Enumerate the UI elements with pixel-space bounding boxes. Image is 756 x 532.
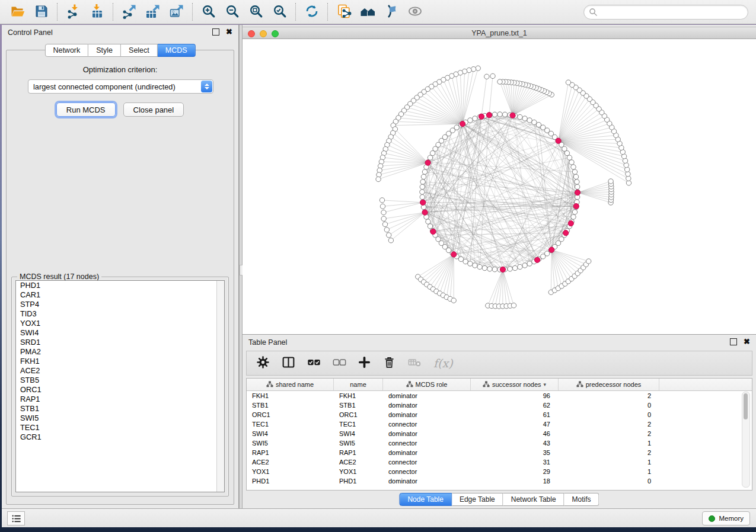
tab-mcds[interactable]: MCDS xyxy=(158,44,196,57)
tab-edge-table[interactable]: Edge Table xyxy=(452,493,503,506)
status-bar: Memory xyxy=(2,508,756,527)
table-row[interactable]: RAP1RAP1dominator352 xyxy=(247,448,752,457)
zoom-selected-button[interactable] xyxy=(268,2,292,22)
mcds-button-row: Run MCDS Close panel xyxy=(7,102,234,117)
search-input[interactable] xyxy=(598,7,748,18)
table-row[interactable]: FKH1FKH1dominator962 xyxy=(247,391,752,400)
node-table[interactable]: shared namenameMCDS rolesuccessor nodes▾… xyxy=(246,378,752,491)
tab-select[interactable]: Select xyxy=(121,44,158,57)
cell-MCDS-role: connector xyxy=(383,468,471,475)
mcds-result-item[interactable]: PMA2 xyxy=(16,347,224,357)
close-panel-button[interactable]: Close panel xyxy=(123,102,184,117)
import-table-button[interactable] xyxy=(85,2,109,22)
mcds-result-item[interactable]: YOX1 xyxy=(16,319,224,328)
split-view-button[interactable] xyxy=(282,355,295,371)
cell-name: FKH1 xyxy=(334,392,383,399)
column-header-name[interactable]: name xyxy=(334,379,383,390)
export-image-button[interactable] xyxy=(165,2,189,22)
close-table-panel-icon[interactable]: ✖ xyxy=(744,339,750,345)
import-network-button[interactable] xyxy=(62,2,85,22)
cell-predecessor-nodes: 0 xyxy=(559,477,659,485)
table-row[interactable]: ORC1ORC1dominator610 xyxy=(247,410,752,419)
mcds-result-item[interactable]: ACE2 xyxy=(16,366,224,376)
mcds-result-item[interactable]: SWI5 xyxy=(16,414,224,423)
zoom-out-button[interactable] xyxy=(221,2,244,22)
table-row[interactable]: SWI4SWI4dominator462 xyxy=(247,429,752,438)
first-neighbors-icon xyxy=(360,4,375,21)
table-scrollbar-thumb[interactable] xyxy=(744,393,748,419)
table-row[interactable]: YOX1YOX1connector291 xyxy=(247,467,752,476)
column-header-successor-nodes[interactable]: successor nodes▾ xyxy=(471,379,559,390)
column-header-shared-name[interactable]: shared name xyxy=(247,379,334,390)
table-row[interactable]: STB1STB1dominator620 xyxy=(247,400,752,410)
zoom-fit-button[interactable] xyxy=(244,2,268,22)
cell-MCDS-role: dominator xyxy=(383,392,471,399)
close-panel-icon[interactable]: ✖ xyxy=(226,29,232,35)
add-column-icon xyxy=(358,356,371,370)
gear-button[interactable] xyxy=(256,355,270,371)
save-session-button[interactable] xyxy=(30,2,53,22)
select-all-button[interactable] xyxy=(307,355,321,371)
export-table-button[interactable] xyxy=(141,2,165,22)
mcds-result-item[interactable]: GCR1 xyxy=(16,432,224,442)
zoom-out-icon xyxy=(225,4,240,21)
control-panel: Control Panel ✖ NetworkStyleSelectMCDS O… xyxy=(2,25,239,509)
mcds-result-item[interactable]: TEC1 xyxy=(16,423,224,432)
cell-MCDS-role: connector xyxy=(383,421,471,428)
column-header-MCDS-role[interactable]: MCDS role xyxy=(383,379,471,390)
toolbar-separator xyxy=(327,3,328,21)
tab-network[interactable]: Network xyxy=(44,44,88,57)
mcds-result-item[interactable]: STB1 xyxy=(16,404,224,414)
float-panel-icon[interactable] xyxy=(212,28,219,36)
mcds-result-item[interactable]: STP4 xyxy=(16,300,224,309)
clone-network-button[interactable] xyxy=(332,2,356,22)
tree-icon xyxy=(406,381,413,389)
tab-network-table[interactable]: Network Table xyxy=(503,493,564,506)
table-panel-window-buttons: ✖ xyxy=(730,338,750,345)
criterion-select[interactable]: largest connected component (undirected) xyxy=(28,79,213,94)
export-network-button[interactable] xyxy=(117,2,141,22)
add-column-button[interactable] xyxy=(358,356,371,370)
delete-column-icon xyxy=(382,355,396,371)
task-history-button[interactable] xyxy=(7,511,25,525)
column-header-predecessor-nodes[interactable]: predecessor nodes xyxy=(559,379,659,390)
table-row[interactable]: ACE2ACE2connector311 xyxy=(247,457,752,467)
tab-node-table[interactable]: Node Table xyxy=(399,493,452,506)
network-graph[interactable] xyxy=(243,39,756,334)
unselect-all-icon xyxy=(333,355,346,371)
memory-button[interactable]: Memory xyxy=(702,511,750,525)
mcds-result-item[interactable]: SWI4 xyxy=(16,328,224,338)
tab-style[interactable]: Style xyxy=(88,44,121,57)
delete-column-button[interactable] xyxy=(382,355,396,371)
mcds-result-item[interactable]: TID3 xyxy=(16,309,224,319)
mcds-result-item[interactable]: STB5 xyxy=(16,376,224,385)
table-row[interactable]: PHD1PHD1dominator180 xyxy=(247,476,752,486)
hide-selected-button[interactable] xyxy=(379,2,403,22)
run-mcds-button[interactable]: Run MCDS xyxy=(56,102,116,117)
show-hidden-button[interactable] xyxy=(403,2,427,22)
mcds-result-item[interactable]: FKH1 xyxy=(16,357,224,366)
zoom-in-button[interactable] xyxy=(197,2,221,22)
first-neighbors-button[interactable] xyxy=(356,2,379,22)
mcds-result-item[interactable]: PHD1 xyxy=(16,281,224,290)
mcds-result-item[interactable]: SRD1 xyxy=(16,338,224,347)
refresh-button[interactable] xyxy=(300,2,324,22)
mcds-result-item[interactable]: CAR1 xyxy=(16,290,224,300)
network-window-titlebar[interactable]: YPA_prune.txt_1 xyxy=(243,27,756,39)
search-box[interactable] xyxy=(583,5,748,20)
toolbar-separator xyxy=(57,3,58,21)
table-scrollbar[interactable] xyxy=(742,392,750,488)
result-list-scrollbar[interactable] xyxy=(216,281,224,492)
table-row[interactable]: SWI5SWI5connector431 xyxy=(247,438,752,448)
mcds-result-list[interactable]: PHD1CAR1STP4TID3YOX1SWI4SRD1PMA2FKH1ACE2… xyxy=(15,280,225,492)
mcds-result-item[interactable]: ORC1 xyxy=(16,385,224,395)
split-view-icon xyxy=(282,355,295,371)
tab-motifs[interactable]: Motifs xyxy=(564,493,599,506)
table-row[interactable]: TEC1TEC1connector472 xyxy=(247,419,752,429)
column-header-filler xyxy=(659,379,752,390)
float-table-panel-icon[interactable] xyxy=(730,338,737,345)
mcds-result-item[interactable]: RAP1 xyxy=(16,395,224,404)
open-file-button[interactable] xyxy=(6,2,30,22)
unselect-all-button[interactable] xyxy=(333,355,346,371)
network-canvas[interactable] xyxy=(243,39,756,334)
